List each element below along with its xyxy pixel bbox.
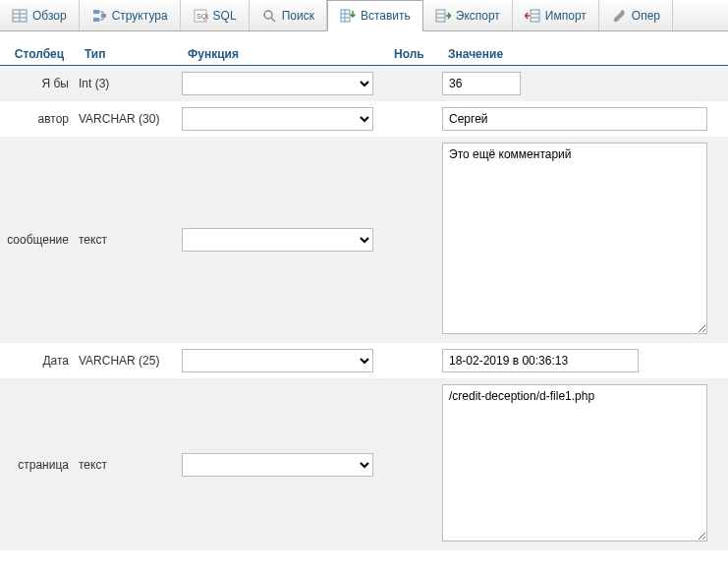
tab-label: SQL [213,9,237,23]
tab-label: Опер [632,9,660,23]
field-row-page: страница текст [0,378,728,550]
svg-rect-18 [531,10,539,22]
tab-label: Экспорт [456,9,500,23]
tab-bar: Обзор Структура SQL SQL Поиск Вставить Э… [0,0,728,31]
sql-icon: SQL [193,8,208,24]
tab-browse[interactable]: Обзор [0,0,80,30]
svg-line-10 [271,18,275,22]
svg-rect-5 [93,18,99,22]
header-value[interactable]: Значение [442,43,728,65]
value-textarea[interactable] [442,142,707,334]
field-row-date: Дата VARCHAR (25) [0,343,728,378]
structure-icon [91,8,107,24]
svg-rect-15 [436,10,445,22]
wrench-icon [611,8,627,24]
header-column: Столбец [0,43,79,65]
value-input[interactable] [442,72,521,95]
field-row-message: сообщение текст [0,137,728,343]
value-input[interactable] [442,349,639,372]
export-icon [435,8,451,24]
column-type: VARCHAR (25) [79,354,182,368]
function-select[interactable] [182,453,373,477]
header-function[interactable]: Функция [182,43,388,65]
tab-label: Структура [112,9,168,23]
import-icon [525,8,540,24]
function-select[interactable] [182,107,373,131]
column-type: VARCHAR (30) [79,112,182,126]
tab-sql[interactable]: SQL SQL [181,0,250,30]
column-name: Я бы [0,77,79,90]
function-select[interactable] [182,228,373,252]
column-name: Дата [0,354,79,368]
value-input[interactable] [442,107,707,131]
column-name: сообщение [0,233,79,247]
tab-label: Поиск [282,9,314,23]
search-icon [261,8,277,24]
svg-point-9 [264,11,272,19]
tab-label: Вставить [361,9,411,23]
tab-export[interactable]: Экспорт [423,0,513,30]
svg-text:SQL: SQL [196,13,208,21]
tab-search[interactable]: Поиск [250,0,327,30]
function-select[interactable] [182,349,373,372]
column-name: автор [0,112,79,126]
tab-import[interactable]: Импорт [513,0,599,30]
field-row-author: автор VARCHAR (30) [0,101,728,137]
column-name: страница [0,458,79,472]
table-icon [12,8,28,24]
svg-rect-6 [101,14,106,18]
tab-label: Импорт [545,9,587,23]
column-type: текст [79,233,182,247]
tab-insert[interactable]: Вставить [327,0,423,31]
column-headers-row: Столбец Тип Функция Ноль Значение [0,43,728,66]
tab-structure[interactable]: Структура [80,0,181,30]
svg-rect-4 [93,10,99,14]
column-type: Int (3) [79,77,182,90]
field-row-id: Я бы Int (3) [0,66,728,101]
function-select[interactable] [182,72,373,95]
column-type: текст [79,458,182,472]
insert-icon [340,8,356,24]
header-type[interactable]: Тип [79,43,182,65]
value-textarea[interactable] [442,384,707,542]
header-null: Ноль [388,43,442,65]
tab-operations[interactable]: Опер [599,0,673,30]
tab-label: Обзор [32,9,67,23]
